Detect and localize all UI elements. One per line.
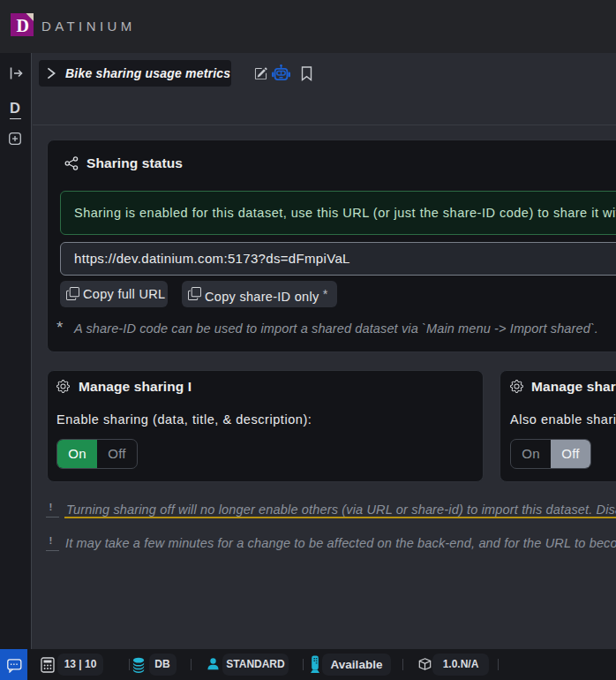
svg-text:D: D [17,16,29,35]
